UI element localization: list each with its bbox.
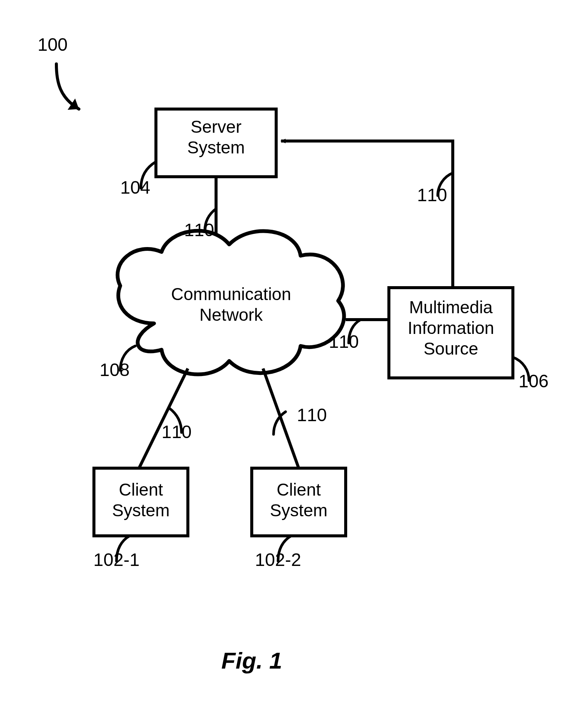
link-source-server xyxy=(281,141,453,288)
link-source-server-ref: 110 xyxy=(410,184,455,206)
network-ref: 108 xyxy=(92,359,137,381)
link-network-client2-ref: 110 xyxy=(289,404,334,426)
diagram-canvas: { "figure": { "number_label": "100", "ca… xyxy=(0,0,570,728)
source-label-line3: Source xyxy=(389,338,513,359)
figure-ref-number: 100 xyxy=(26,34,79,56)
client1-ref: 102-1 xyxy=(83,549,150,571)
client2-label-line2: System xyxy=(252,500,346,521)
source-label-line1: Multimedia xyxy=(389,297,513,318)
server-ref: 104 xyxy=(113,177,158,199)
server-label-line1: Server xyxy=(156,117,276,137)
network-label-line2: Network xyxy=(150,305,312,325)
client1-label-line2: System xyxy=(94,500,188,521)
client2-ref: 102-2 xyxy=(244,549,312,571)
figure-caption: Fig. 1 xyxy=(195,647,308,675)
link-network-source-ref: 110 xyxy=(321,331,366,353)
source-label-line2: Information xyxy=(389,318,513,338)
server-label-line2: System xyxy=(156,137,276,158)
link-network-client1 xyxy=(139,369,188,468)
link-network-client1-ref: 110 xyxy=(154,421,199,443)
network-label-line1: Communication xyxy=(150,284,312,305)
source-ref: 106 xyxy=(511,370,556,392)
figure-ref-arrow xyxy=(56,64,79,110)
client2-label-line1: Client xyxy=(252,479,346,500)
client1-label-line1: Client xyxy=(94,479,188,500)
diagram-svg xyxy=(0,0,570,728)
link-server-network-ref: 110 xyxy=(177,219,222,241)
